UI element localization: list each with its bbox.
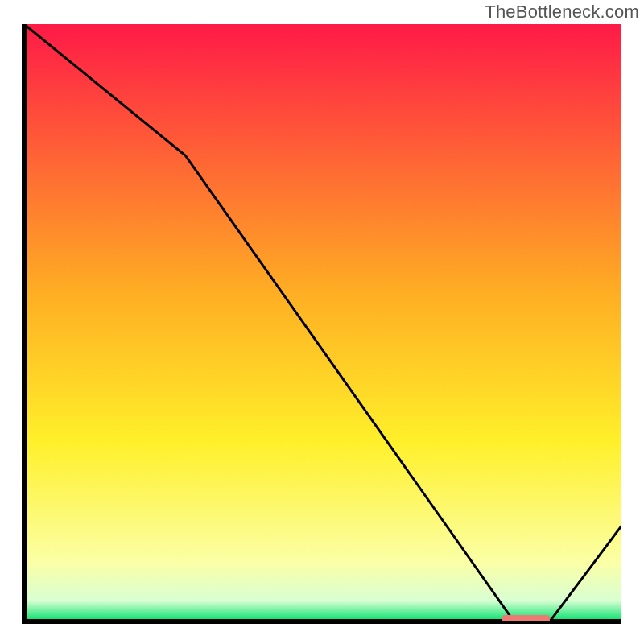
chart-root: TheBottleneck.com bbox=[0, 0, 644, 644]
bottleneck-chart bbox=[0, 0, 644, 644]
watermark-label: TheBottleneck.com bbox=[485, 2, 639, 23]
plot-background-gradient bbox=[24, 24, 621, 621]
